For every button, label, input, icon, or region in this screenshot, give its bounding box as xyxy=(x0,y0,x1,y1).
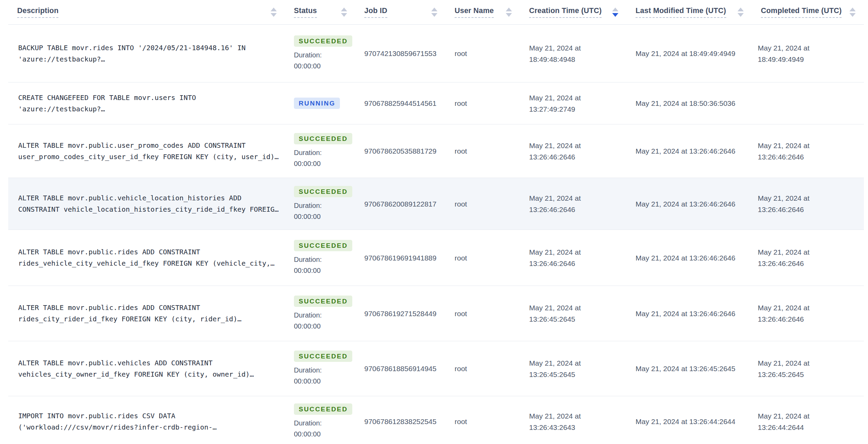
job-id-value: 970678620089122817 xyxy=(364,198,446,210)
user-name-value: root xyxy=(455,308,520,319)
creation-time-cell: May 21, 2024 at 13:26:45:2645 xyxy=(520,341,627,396)
job-id-cell: 970678612838252545 xyxy=(355,396,446,444)
job-description-line-1: ALTER TABLE movr.public.vehicles ADD CON… xyxy=(18,357,285,369)
status-cell: SUCCEEDED Duration: 00:00:00 xyxy=(285,178,355,230)
sort-arrows-icon-active-desc[interactable] xyxy=(612,8,618,17)
duration-value: 00:00:00 xyxy=(294,321,355,332)
description-cell[interactable]: ALTER TABLE movr.public.rides ADD CONSTR… xyxy=(8,230,285,286)
completed-time-line-1: May 21, 2024 at xyxy=(758,140,864,151)
status-cell: SUCCEEDED Duration: 00:00:00 xyxy=(285,25,355,82)
status-cell: SUCCEEDED Duration: 00:00:00 xyxy=(285,396,355,444)
duration-block: Duration: 00:00:00 xyxy=(294,418,355,440)
status-badge: SUCCEEDED xyxy=(294,403,352,415)
job-id-value: 970678825944514561 xyxy=(364,98,446,109)
column-header-completed-time[interactable]: Completed Time (UTC) xyxy=(752,0,864,24)
table-row[interactable]: ALTER TABLE movr.public.vehicle_location… xyxy=(8,178,864,230)
creation-time-line-1: May 21, 2024 at xyxy=(529,357,627,369)
column-header-job-id[interactable]: Job ID xyxy=(355,0,446,24)
completed-time-cell: May 21, 2024 at 13:26:46:2646 xyxy=(752,230,864,286)
completed-time-cell xyxy=(752,82,864,124)
description-cell[interactable]: IMPORT INTO movr.public.rides CSV DATA (… xyxy=(8,396,285,444)
job-id-cell: 970678620089122817 xyxy=(355,178,446,230)
user-name-value: root xyxy=(455,252,520,264)
column-header-label: User Name xyxy=(455,7,494,18)
job-id-cell: 970678619271528449 xyxy=(355,286,446,341)
table-row[interactable]: ALTER TABLE movr.public.user_promo_codes… xyxy=(8,124,864,178)
duration-label: Duration: xyxy=(294,147,355,158)
description-cell[interactable]: ALTER TABLE movr.public.rides ADD CONSTR… xyxy=(8,286,285,341)
sort-arrows-icon[interactable] xyxy=(271,8,277,17)
sort-arrows-icon[interactable] xyxy=(849,8,856,17)
description-cell[interactable]: ALTER TABLE movr.public.vehicle_location… xyxy=(8,178,285,230)
sort-arrows-icon[interactable] xyxy=(341,8,347,17)
creation-time-cell: May 21, 2024 at 13:26:45:2645 xyxy=(520,286,627,341)
duration-block: Duration: 00:00:00 xyxy=(294,310,355,332)
column-header-label: Status xyxy=(294,7,317,18)
completed-time-line-1: May 21, 2024 at xyxy=(758,410,864,422)
status-badge: SUCCEEDED xyxy=(294,35,352,47)
user-name-cell: root xyxy=(446,286,520,341)
creation-time-line-2: 13:26:46:2646 xyxy=(529,151,627,163)
column-header-last-modified-time[interactable]: Last Modified Time (UTC) xyxy=(627,0,752,24)
column-header-description[interactable]: Description xyxy=(8,0,285,24)
table-row[interactable]: ALTER TABLE movr.public.rides ADD CONSTR… xyxy=(8,230,864,286)
completed-time-cell: May 21, 2024 at 13:26:46:2646 xyxy=(752,178,864,230)
status-cell: RUNNING xyxy=(285,82,355,124)
completed-time-line-2: 13:26:46:2646 xyxy=(758,204,864,215)
column-header-user-name[interactable]: User Name xyxy=(446,0,520,24)
table-row[interactable]: ALTER TABLE movr.public.rides ADD CONSTR… xyxy=(8,286,864,341)
description-cell[interactable]: BACKUP TABLE movr.rides INTO '/2024/05/2… xyxy=(8,25,285,82)
user-name-value: root xyxy=(455,198,520,210)
job-description-line-2: CONSTRAINT vehicle_location_histories_ci… xyxy=(18,204,285,215)
job-id-value: 970678612838252545 xyxy=(364,416,446,427)
duration-value: 00:00:00 xyxy=(294,265,355,276)
creation-time-line-2: 18:49:48:4948 xyxy=(529,54,627,65)
creation-time-line-1: May 21, 2024 at xyxy=(529,42,627,54)
user-name-cell: root xyxy=(446,341,520,396)
job-id-value: 970678620535881729 xyxy=(364,145,446,157)
creation-time-line-1: May 21, 2024 at xyxy=(529,192,627,204)
duration-label: Duration: xyxy=(294,365,355,376)
last-modified-time-value: May 21, 2024 at 18:50:36:5036 xyxy=(636,98,752,109)
table-row[interactable]: CREATE CHANGEFEED FOR TABLE movr.users I… xyxy=(8,82,864,124)
job-id-cell: 970678825944514561 xyxy=(355,82,446,124)
duration-block: Duration: 00:00:00 xyxy=(294,200,355,222)
table-row[interactable]: BACKUP TABLE movr.rides INTO '/2024/05/2… xyxy=(8,25,864,82)
job-id-cell: 970678619691941889 xyxy=(355,230,446,286)
description-cell[interactable]: ALTER TABLE movr.public.vehicles ADD CON… xyxy=(8,341,285,396)
creation-time-line-1: May 21, 2024 at xyxy=(529,246,627,258)
last-modified-time-value: May 21, 2024 at 13:26:46:2646 xyxy=(636,252,752,264)
status-badge: SUCCEEDED xyxy=(294,240,352,251)
job-id-value: 970678619271528449 xyxy=(364,308,446,319)
duration-label: Duration: xyxy=(294,200,355,211)
completed-time-line-2: 18:49:49:4949 xyxy=(758,54,864,65)
table-row[interactable]: IMPORT INTO movr.public.rides CSV DATA (… xyxy=(8,396,864,444)
column-header-label: Completed Time (UTC) xyxy=(761,7,842,18)
creation-time-cell: May 21, 2024 at 18:49:48:4948 xyxy=(520,25,627,82)
column-header-creation-time[interactable]: Creation Time (UTC) xyxy=(520,0,627,24)
description-cell[interactable]: ALTER TABLE movr.public.user_promo_codes… xyxy=(8,124,285,178)
creation-time-cell: May 21, 2024 at 13:26:43:2643 xyxy=(520,396,627,444)
last-modified-time-cell: May 21, 2024 at 18:49:49:4949 xyxy=(627,25,752,82)
job-description-line-2: rides_vehicle_city_vehicle_id_fkey FOREI… xyxy=(18,258,285,269)
description-cell[interactable]: CREATE CHANGEFEED FOR TABLE movr.users I… xyxy=(8,82,285,124)
creation-time-line-1: May 21, 2024 at xyxy=(529,302,627,313)
job-description-line-2: vehicles_city_owner_id_fkey FOREIGN KEY … xyxy=(18,369,285,380)
duration-block: Duration: 00:00:00 xyxy=(294,147,355,169)
duration-value: 00:00:00 xyxy=(294,211,355,222)
user-name-value: root xyxy=(455,98,520,109)
last-modified-time-value: May 21, 2024 at 13:26:45:2645 xyxy=(636,363,752,374)
sort-arrows-icon[interactable] xyxy=(738,8,744,17)
user-name-cell: root xyxy=(446,25,520,82)
last-modified-time-cell: May 21, 2024 at 18:50:36:5036 xyxy=(627,82,752,124)
sort-arrows-icon[interactable] xyxy=(506,8,512,17)
job-id-cell: 970742130859671553 xyxy=(355,25,446,82)
user-name-value: root xyxy=(455,145,520,157)
last-modified-time-value: May 21, 2024 at 13:26:46:2646 xyxy=(636,198,752,210)
job-id-value: 970678619691941889 xyxy=(364,252,446,264)
creation-time-line-2: 13:26:46:2646 xyxy=(529,204,627,215)
column-header-status[interactable]: Status xyxy=(285,0,355,24)
sort-arrows-icon[interactable] xyxy=(431,8,437,17)
table-row[interactable]: ALTER TABLE movr.public.vehicles ADD CON… xyxy=(8,341,864,396)
completed-time-cell: May 21, 2024 at 13:26:46:2646 xyxy=(752,124,864,178)
